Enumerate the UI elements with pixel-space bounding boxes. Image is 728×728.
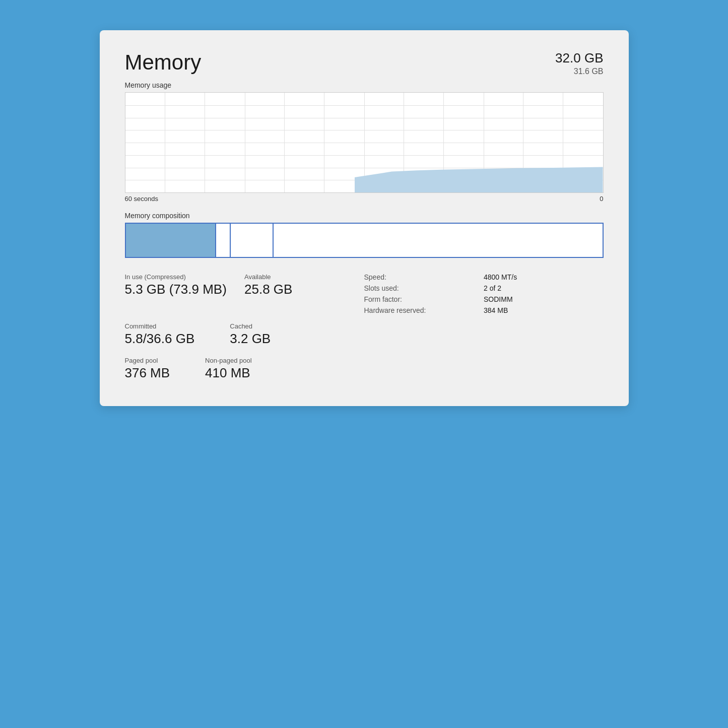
speed-value: 4800 MT/s <box>484 273 604 281</box>
available-value: 25.8 GB <box>244 282 359 297</box>
usable-memory-value: 31.6 GB <box>555 67 603 76</box>
stats-section: In use (Compressed) 5.3 GB (73.9 MB) Ava… <box>125 273 604 314</box>
chart-bottom-labels: 60 seconds 0 <box>125 195 604 203</box>
chart-fill-area <box>355 155 603 192</box>
composition-label: Memory composition <box>125 212 604 220</box>
in-use-value: 5.3 GB (73.9 MB) <box>125 282 240 297</box>
form-factor-label: Form factor: <box>364 295 484 303</box>
grid-v-5 <box>324 93 324 192</box>
grid-v-1 <box>165 93 165 192</box>
memory-usage-chart: Memory usage 60 seconds <box>125 81 604 203</box>
pool-stats-row: Paged pool 376 MB Non-paged pool 410 MB <box>125 357 604 381</box>
composition-bar <box>125 223 604 258</box>
committed-cached-row: Committed 5.8/36.6 GB Cached 3.2 GB <box>125 322 604 347</box>
non-paged-pool-label: Non-paged pool <box>205 357 252 364</box>
available-group: Available 25.8 GB <box>244 273 364 314</box>
comp-in-use <box>126 224 217 257</box>
chart-box <box>125 92 604 193</box>
committed-value: 5.8/36.6 GB <box>125 331 195 347</box>
speed-label: Speed: <box>364 273 484 281</box>
hardware-reserved-label: Hardware reserved: <box>364 306 484 314</box>
hardware-reserved-value: 384 MB <box>484 306 604 314</box>
slots-value: 2 of 2 <box>484 284 604 292</box>
page-title: Memory <box>125 50 202 75</box>
paged-pool-group: Paged pool 376 MB <box>125 357 175 381</box>
slots-label: Slots used: <box>364 284 484 292</box>
chart-time-label: 60 seconds <box>125 195 159 203</box>
paged-pool-value: 376 MB <box>125 365 170 381</box>
grid-v-2 <box>205 93 205 192</box>
chart-zero-label: 0 <box>600 195 603 203</box>
available-label: Available <box>244 273 359 281</box>
memory-totals: 32.0 GB 31.6 GB <box>555 50 603 76</box>
non-paged-pool-group: Non-paged pool 410 MB <box>205 357 257 381</box>
grid-v-4 <box>284 93 285 192</box>
total-memory-value: 32.0 GB <box>555 50 603 66</box>
comp-standby <box>231 224 274 257</box>
memory-panel: Memory 32.0 GB 31.6 GB Memory usage <box>100 30 629 406</box>
header-row: Memory 32.0 GB 31.6 GB <box>125 50 604 76</box>
committed-group: Committed 5.8/36.6 GB <box>125 322 200 347</box>
grid-v-3 <box>245 93 245 192</box>
in-use-label: In use (Compressed) <box>125 273 240 281</box>
cached-label: Cached <box>230 322 271 330</box>
committed-label: Committed <box>125 322 195 330</box>
form-factor-value: SODIMM <box>484 295 604 303</box>
cached-group: Cached 3.2 GB <box>230 322 276 347</box>
chart-section-label: Memory usage <box>125 81 604 89</box>
comp-modified <box>216 224 230 257</box>
in-use-group: In use (Compressed) 5.3 GB (73.9 MB) <box>125 273 245 314</box>
non-paged-pool-value: 410 MB <box>205 365 252 381</box>
comp-free <box>274 224 603 257</box>
cached-value: 3.2 GB <box>230 331 271 347</box>
composition-section: Memory composition <box>125 212 604 258</box>
right-stats: Speed: 4800 MT/s Slots used: 2 of 2 Form… <box>364 273 604 314</box>
paged-pool-label: Paged pool <box>125 357 170 364</box>
